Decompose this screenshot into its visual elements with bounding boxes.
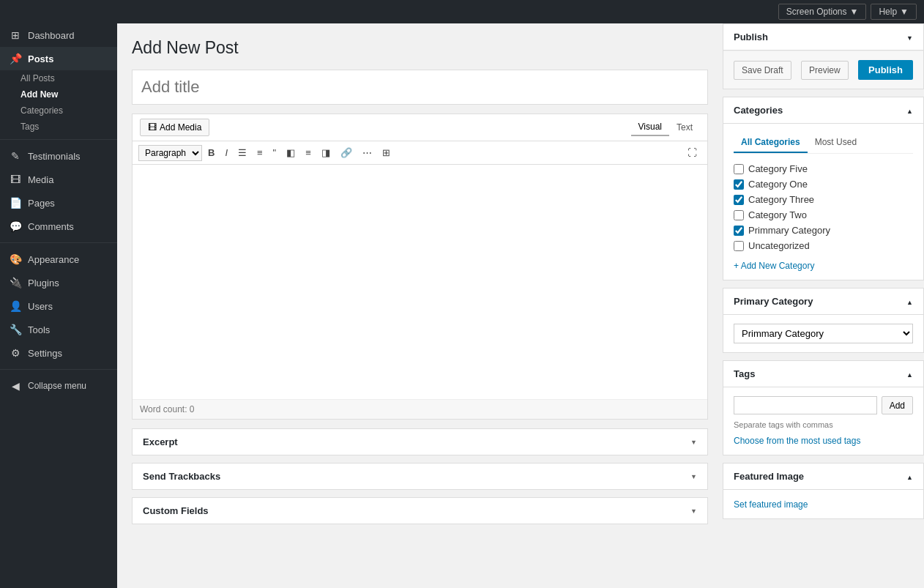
preview-button[interactable]: Preview bbox=[801, 61, 849, 80]
category-list-item: Primmary Category bbox=[734, 223, 913, 238]
category-checkbox[interactable] bbox=[734, 179, 744, 190]
category-label[interactable]: Category Three bbox=[748, 194, 814, 205]
tags-hint: Separate tags with commas bbox=[734, 420, 913, 429]
tab-text[interactable]: Text bbox=[669, 119, 700, 136]
blockquote-button[interactable]: " bbox=[269, 144, 281, 161]
editor-body[interactable] bbox=[133, 165, 707, 399]
sidebar-item-dashboard[interactable]: ⊞ Dashboard bbox=[0, 23, 117, 47]
italic-button[interactable]: I bbox=[220, 144, 232, 161]
sidebar-item-tools[interactable]: 🔧 Tools bbox=[0, 318, 117, 341]
bold-button[interactable]: B bbox=[204, 144, 219, 161]
sidebar-sub-add-new[interactable]: Add New bbox=[0, 86, 117, 103]
primary-category-chevron-icon bbox=[906, 296, 913, 307]
more-button[interactable]: ⋯ bbox=[358, 144, 376, 161]
sidebar: ⊞ Dashboard 📌 Posts All Posts Add New Ca… bbox=[0, 23, 117, 588]
category-label[interactable]: Category Five bbox=[748, 163, 808, 174]
category-list-item: Category Three bbox=[734, 192, 913, 207]
paragraph-select[interactable]: Paragraph bbox=[138, 145, 202, 161]
sidebar-item-testimonials[interactable]: ✎ Testimonials bbox=[0, 144, 117, 168]
categories-panel: Categories All Categories Most Used Cate… bbox=[723, 97, 924, 280]
unordered-list-button[interactable]: ☰ bbox=[234, 144, 251, 161]
screen-options-button[interactable]: Screen Options ▼ bbox=[778, 4, 867, 20]
featured-image-panel-body: Set featured image bbox=[723, 490, 923, 518]
categories-chevron-icon bbox=[906, 105, 913, 116]
align-center-button[interactable]: ≡ bbox=[301, 144, 316, 161]
ordered-list-button[interactable]: ≡ bbox=[253, 144, 267, 161]
help-button[interactable]: Help ▼ bbox=[871, 4, 917, 20]
excerpt-panel: Excerpt bbox=[132, 428, 708, 455]
save-draft-button[interactable]: Save Draft bbox=[734, 61, 791, 80]
category-list-item: Uncategorized bbox=[734, 238, 913, 253]
category-checkbox[interactable] bbox=[734, 210, 744, 220]
tags-add-button[interactable]: Add bbox=[882, 396, 913, 414]
primary-category-panel-header[interactable]: Primary Category bbox=[723, 289, 923, 315]
link-button[interactable]: 🔗 bbox=[336, 144, 357, 161]
layout: ⊞ Dashboard 📌 Posts All Posts Add New Ca… bbox=[0, 23, 924, 588]
chevron-down-icon: ▼ bbox=[900, 7, 909, 17]
publish-panel: Publish Save Draft Preview Publish bbox=[723, 23, 924, 89]
tags-most-used-link[interactable]: Choose from the most used tags bbox=[734, 436, 860, 446]
publish-button[interactable]: Publish bbox=[858, 60, 913, 80]
category-list-item: Category Five bbox=[734, 161, 913, 176]
categories-panel-header[interactable]: Categories bbox=[723, 97, 923, 124]
category-checkbox[interactable] bbox=[734, 241, 744, 251]
custom-fields-panel-header[interactable]: Custom Fields bbox=[133, 498, 707, 524]
tags-panel-body: Add Separate tags with commas Choose fro… bbox=[723, 387, 923, 455]
custom-fields-panel: Custom Fields bbox=[132, 497, 708, 524]
category-label[interactable]: Uncategorized bbox=[748, 240, 810, 251]
dashboard-icon: ⊞ bbox=[9, 29, 22, 41]
excerpt-panel-header[interactable]: Excerpt bbox=[133, 429, 707, 455]
categories-tabs: All Categories Most Used bbox=[734, 133, 913, 154]
sidebar-sub-categories[interactable]: Categories bbox=[0, 103, 117, 119]
post-title-input[interactable] bbox=[132, 70, 708, 105]
sidebar-item-appearance[interactable]: 🎨 Appearance bbox=[0, 248, 117, 271]
sidebar-item-plugins[interactable]: 🔌 Plugins bbox=[0, 271, 117, 294]
tab-most-used-categories[interactable]: Most Used bbox=[808, 133, 864, 153]
align-left-button[interactable]: ◧ bbox=[282, 144, 299, 161]
posts-icon: 📌 bbox=[9, 53, 22, 64]
category-checkbox[interactable] bbox=[734, 164, 744, 174]
featured-image-panel-header[interactable]: Featured Image bbox=[723, 464, 923, 490]
tags-panel-header[interactable]: Tags bbox=[723, 361, 923, 387]
sidebar-sub-all-posts[interactable]: All Posts bbox=[0, 70, 117, 86]
primary-category-select[interactable]: Category OneCategory ThreePrimmary Categ… bbox=[734, 324, 913, 343]
main-content: Add New Post 🎞 Add Media Visual Text Par… bbox=[117, 23, 723, 588]
tags-input[interactable] bbox=[734, 396, 877, 414]
visual-text-tabs: Visual Text bbox=[631, 119, 700, 136]
sidebar-item-users[interactable]: 👤 Users bbox=[0, 294, 117, 318]
tab-all-categories[interactable]: All Categories bbox=[734, 133, 808, 153]
sidebar-item-pages[interactable]: 📄 Pages bbox=[0, 191, 117, 215]
categories-panel-body: All Categories Most Used Category FiveCa… bbox=[723, 124, 923, 280]
excerpt-chevron-icon bbox=[690, 438, 697, 446]
sidebar-item-settings[interactable]: ⚙ Settings bbox=[0, 341, 117, 365]
add-new-category-link[interactable]: + Add New Category bbox=[734, 261, 913, 271]
editor-container: 🎞 Add Media Visual Text Paragraph B I ☰ … bbox=[132, 113, 708, 420]
category-list-item: Category Two bbox=[734, 207, 913, 223]
publish-panel-header[interactable]: Publish bbox=[723, 24, 923, 51]
primary-category-panel-body: Category OneCategory ThreePrimmary Categ… bbox=[723, 315, 923, 352]
publish-chevron-icon bbox=[906, 31, 913, 42]
expand-editor-button[interactable]: ⛶ bbox=[683, 144, 701, 161]
tab-visual[interactable]: Visual bbox=[631, 119, 669, 136]
publish-panel-body: Save Draft Preview Publish bbox=[723, 51, 923, 89]
sidebar-sub-tags[interactable]: Tags bbox=[0, 119, 117, 135]
top-bar: Screen Options ▼ Help ▼ bbox=[0, 0, 924, 23]
set-featured-image-link[interactable]: Set featured image bbox=[734, 499, 808, 510]
sidebar-item-posts[interactable]: 📌 Posts bbox=[0, 47, 117, 70]
pages-icon: 📄 bbox=[9, 197, 22, 209]
category-checkbox[interactable] bbox=[734, 195, 744, 205]
category-label[interactable]: Category Two bbox=[748, 209, 807, 220]
sidebar-item-media[interactable]: 🎞 Media bbox=[0, 168, 117, 191]
chevron-down-icon: ▼ bbox=[850, 7, 859, 17]
align-right-button[interactable]: ◨ bbox=[317, 144, 335, 161]
sidebar-item-comments[interactable]: 💬 Comments bbox=[0, 215, 117, 238]
fullscreen-button[interactable]: ⊞ bbox=[378, 144, 395, 161]
category-label[interactable]: Primmary Category bbox=[748, 225, 830, 236]
sidebar-collapse-menu[interactable]: ◀ Collapse menu bbox=[0, 374, 117, 398]
trackbacks-panel-header[interactable]: Send Trackbacks bbox=[133, 464, 707, 489]
category-checkbox[interactable] bbox=[734, 226, 744, 236]
category-label[interactable]: Category One bbox=[748, 179, 808, 190]
page-title: Add New Post bbox=[132, 38, 708, 58]
settings-icon: ⚙ bbox=[9, 347, 22, 359]
add-media-button[interactable]: 🎞 Add Media bbox=[140, 119, 209, 136]
